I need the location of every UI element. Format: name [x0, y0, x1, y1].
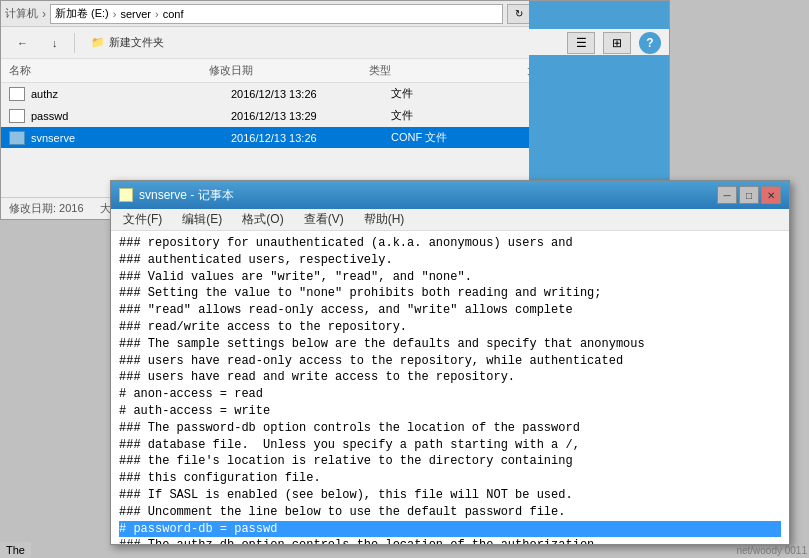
content-line: ### users have read and write access to …: [119, 369, 781, 386]
col-name-header[interactable]: 名称: [9, 63, 209, 78]
restore-button[interactable]: □: [739, 186, 759, 204]
file-type-authz: 文件: [391, 86, 491, 101]
menu-edit[interactable]: 编辑(E): [174, 209, 230, 230]
notepad-content[interactable]: ### repository for unauthenticated (a.k.…: [111, 231, 789, 544]
bottom-detection: The: [0, 542, 31, 558]
notepad-icon: [119, 188, 133, 202]
notepad-title: svnserve - 记事本: [139, 187, 234, 204]
titlebar-controls: ─ □ ✕: [717, 186, 781, 204]
content-line: ### repository for unauthenticated (a.k.…: [119, 235, 781, 252]
file-date-passwd: 2016/12/13 13:29: [231, 110, 391, 122]
highlighted-line: # password-db = passwd: [119, 521, 781, 538]
address-path[interactable]: 新加卷 (E:) › server › conf: [50, 4, 503, 24]
file-type-passwd: 文件: [391, 108, 491, 123]
content-line: ### The sample settings below are the de…: [119, 336, 781, 353]
minimize-button[interactable]: ─: [717, 186, 737, 204]
content-line: # anon-access = read: [119, 386, 781, 403]
content-line: ### If SASL is enabled (see below), this…: [119, 487, 781, 504]
toolbar-separator: [74, 33, 75, 53]
file-icon-authz: [9, 87, 25, 101]
close-button[interactable]: ✕: [761, 186, 781, 204]
menu-view[interactable]: 查看(V): [296, 209, 352, 230]
menu-format[interactable]: 格式(O): [234, 209, 291, 230]
content-line: ### this configuration file.: [119, 470, 781, 487]
address-bar: 计算机 › 新加卷 (E:) › server › conf ↻ 搜索 conf…: [1, 1, 669, 27]
right-panel-top: [529, 1, 669, 29]
file-type-svnserve: CONF 文件: [391, 130, 491, 145]
path-part-1: 新加卷 (E:): [55, 6, 109, 21]
content-line: ### database file. Unless you specify a …: [119, 437, 781, 454]
detection-text: The: [6, 544, 25, 556]
path-part-2: server: [120, 8, 151, 20]
right-panel: [529, 55, 669, 197]
computer-label: 计算机: [5, 6, 38, 21]
content-line: ### The authz-db option controls the loc…: [119, 537, 781, 544]
file-icon-svnserve: [9, 131, 25, 145]
content-line: # auth-access = write: [119, 403, 781, 420]
content-line: ### authenticated users, respectively.: [119, 252, 781, 269]
file-name-passwd: passwd: [31, 110, 231, 122]
watermark: net/woody 0011: [736, 545, 807, 556]
content-line: ### Valid values are "write", "read", an…: [119, 269, 781, 286]
view-button-2[interactable]: ⊞: [603, 32, 631, 54]
content-line: ### read/write access to the repository.: [119, 319, 781, 336]
file-date-svnserve: 2016/12/13 13:26: [231, 132, 391, 144]
content-line: ### The password-db option controls the …: [119, 420, 781, 437]
help-button[interactable]: ?: [639, 32, 661, 54]
menu-file[interactable]: 文件(F): [115, 209, 170, 230]
file-name-authz: authz: [31, 88, 231, 100]
new-folder-label: 新建文件夹: [109, 35, 164, 50]
new-folder-button[interactable]: 📁 新建文件夹: [83, 33, 172, 52]
view-button[interactable]: ☰: [567, 32, 595, 54]
status-date: 修改日期: 2016: [9, 201, 84, 216]
file-date-authz: 2016/12/13 13:26: [231, 88, 391, 100]
notepad-titlebar: svnserve - 记事本 ─ □ ✕: [111, 181, 789, 209]
forward-button[interactable]: ↓: [44, 35, 66, 51]
file-name-svnserve: svnserve: [31, 132, 231, 144]
col-date-header[interactable]: 修改日期: [209, 63, 369, 78]
content-line: ### "read" allows read-only access, and …: [119, 302, 781, 319]
path-part-3: conf: [163, 8, 184, 20]
col-type-header[interactable]: 类型: [369, 63, 469, 78]
menu-help[interactable]: 帮助(H): [356, 209, 413, 230]
notepad-window: svnserve - 记事本 ─ □ ✕ 文件(F) 编辑(E) 格式(O) 查…: [110, 180, 790, 545]
folder-icon: 📁: [91, 36, 105, 49]
refresh-button[interactable]: ↻: [507, 4, 531, 24]
back-button[interactable]: ←: [9, 35, 36, 51]
notepad-menubar: 文件(F) 编辑(E) 格式(O) 查看(V) 帮助(H): [111, 209, 789, 231]
content-line: ### the file's location is relative to t…: [119, 453, 781, 470]
content-line: ### users have read-only access to the r…: [119, 353, 781, 370]
content-line: ### Uncomment the line below to use the …: [119, 504, 781, 521]
titlebar-title: svnserve - 记事本: [119, 187, 234, 204]
content-line: ### Setting the value to "none" prohibit…: [119, 285, 781, 302]
file-icon-passwd: [9, 109, 25, 123]
watermark-text: net/woody 0011: [736, 545, 807, 556]
